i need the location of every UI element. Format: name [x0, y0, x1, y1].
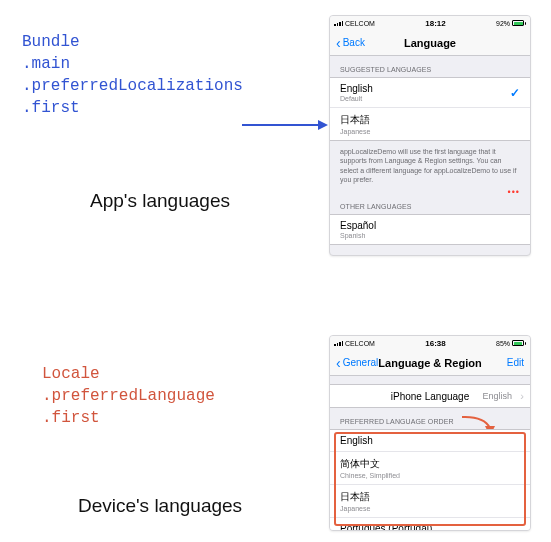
lang-sub: Japanese	[340, 128, 520, 135]
group-suggested: English Default ✓ 日本語 Japanese	[330, 77, 530, 141]
battery-percent: 92%	[496, 20, 510, 27]
more-indicator: •••	[330, 187, 530, 197]
svg-marker-1	[318, 120, 328, 130]
carrier-label: CELCOM	[345, 20, 375, 27]
back-label: Back	[343, 37, 365, 48]
header-preferred-order: PREFERRED LANGUAGE ORDER	[330, 408, 530, 429]
lang-name: English	[340, 435, 520, 446]
lang-sub: Chinese, Simplified	[340, 472, 520, 479]
back-button[interactable]: ‹ General	[336, 356, 378, 370]
order-row-chinese[interactable]: 简体中文 Chinese, Simplified	[330, 452, 530, 485]
phone-device-language-settings: CELCOM 16:38 85% ‹ General Language & Re…	[329, 335, 531, 531]
nav-bar: ‹ General Language & Region Edit	[330, 350, 530, 376]
battery-percent: 85%	[496, 340, 510, 347]
back-label: General	[343, 357, 379, 368]
group-iphone-language: iPhone Language English ›	[330, 384, 530, 408]
signal-icon	[334, 21, 343, 26]
lang-sub: Default	[340, 95, 520, 102]
header-suggested: SUGGESTED LANGUAGES	[330, 56, 530, 77]
caption-device-languages: Device's languages	[0, 495, 320, 517]
section-device-languages: Locale .preferredLanguage .first Device'…	[0, 335, 551, 535]
lang-row-english[interactable]: English Default ✓	[330, 78, 530, 108]
lang-name: English	[340, 83, 520, 94]
back-button[interactable]: ‹ Back	[336, 36, 365, 50]
caption-app-languages: App's languages	[0, 190, 320, 212]
order-row-english[interactable]: English	[330, 430, 530, 452]
lang-sub: Japanese	[340, 505, 520, 512]
status-bar: CELCOM 16:38 85%	[330, 336, 530, 350]
order-row-japanese[interactable]: 日本語 Japanese	[330, 485, 530, 518]
lang-name: 日本語	[340, 490, 520, 504]
checkmark-icon: ✓	[510, 86, 520, 100]
header-other: OTHER LANGUAGES	[330, 197, 530, 214]
order-row-portuguese[interactable]: Português (Portugal) Portuguese (Portuga…	[330, 518, 530, 531]
chevron-left-icon: ‹	[336, 36, 341, 50]
arrow-to-app-lang	[242, 120, 328, 130]
row-value: English	[482, 391, 512, 401]
chevron-left-icon: ‹	[336, 356, 341, 370]
battery-icon	[512, 340, 526, 346]
lang-row-spanish[interactable]: Español Spanish	[330, 215, 530, 244]
lang-name: 简体中文	[340, 457, 520, 471]
lang-name: Español	[340, 220, 520, 231]
lang-row-japanese[interactable]: 日本語 Japanese	[330, 108, 530, 140]
group-preferred-order: English 简体中文 Chinese, Simplified 日本語 Jap…	[330, 429, 530, 531]
signal-icon	[334, 341, 343, 346]
chevron-right-icon: ›	[520, 390, 524, 402]
section-app-languages: Bundle .main .preferredLocalizations .fi…	[0, 15, 551, 265]
lang-name: Português (Portugal)	[340, 523, 520, 531]
carrier-label: CELCOM	[345, 340, 375, 347]
code-bundle: Bundle .main .preferredLocalizations .fi…	[22, 31, 243, 119]
group-other: Español Spanish	[330, 214, 530, 245]
row-iphone-language[interactable]: iPhone Language English ›	[330, 385, 530, 407]
lang-name: 日本語	[340, 113, 520, 127]
nav-bar: ‹ Back Language	[330, 30, 530, 56]
code-locale: Locale .preferredLanguage .first	[42, 363, 215, 429]
footer-note: appLocalizeDemo will use the first langu…	[330, 141, 530, 189]
status-bar: CELCOM 18:12 92%	[330, 16, 530, 30]
row-label: iPhone Language	[391, 391, 469, 402]
clock: 18:12	[425, 19, 445, 28]
clock: 16:38	[425, 339, 445, 348]
phone-app-language-settings: CELCOM 18:12 92% ‹ Back Language SUGGEST…	[329, 15, 531, 256]
battery-icon	[512, 20, 526, 26]
lang-sub: Spanish	[340, 232, 520, 239]
edit-button[interactable]: Edit	[507, 357, 524, 368]
